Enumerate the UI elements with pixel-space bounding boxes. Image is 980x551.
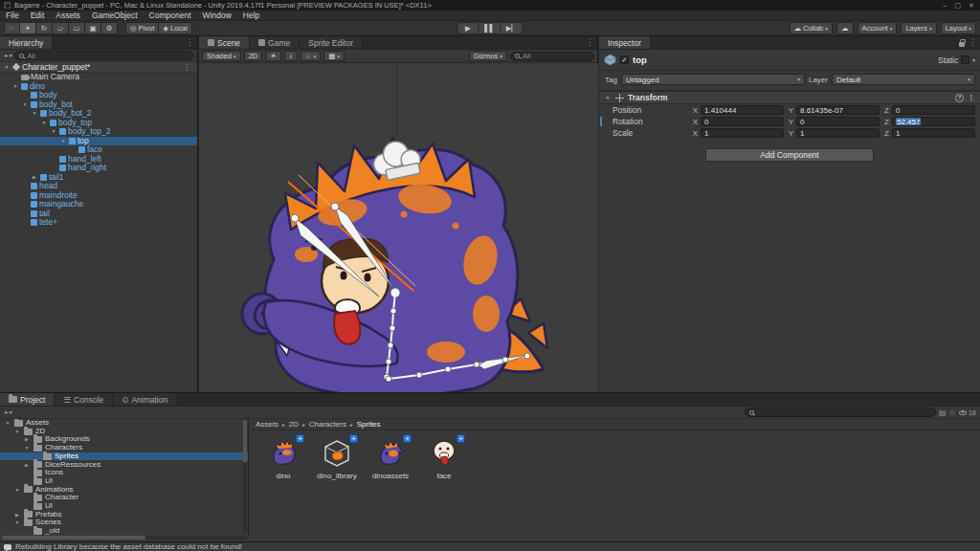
foldout-open-icon[interactable]: ▼ [3,64,11,70]
lighting-toggle[interactable]: ☀ [265,51,281,61]
status-message[interactable]: Rebuilding Library because the asset dat… [15,542,242,551]
asset-item[interactable]: + dino_library [315,438,359,480]
layout-dropdown[interactable]: Layout ▾ [941,22,976,34]
layers-dropdown[interactable]: Layers ▾ [901,22,936,34]
menu-help[interactable]: Help [237,11,265,20]
rotation-y-field[interactable]: 0 [796,117,880,126]
shading-mode-dropdown[interactable]: Shaded▾ [202,51,241,61]
asset-item[interactable]: + dinoassets [368,438,412,480]
rotate-tool-button[interactable]: ↻ [36,22,53,34]
scale-y-field[interactable]: 1 [796,128,880,138]
hierarchy-item[interactable]: ▼body_bot_2 [0,109,197,119]
search-by-type-icon[interactable]: ▤ [939,408,947,417]
position-y-field[interactable]: 8.61435e-07 [796,105,880,115]
scene-menu-icon[interactable]: ⋮ [183,63,190,72]
tab-game[interactable]: Game [250,36,300,49]
breadcrumb-item-current[interactable]: Sprites [357,420,381,429]
rect-tool-button[interactable]: ▭ [69,22,85,34]
static-checkbox[interactable] [961,55,969,64]
scene-search-input[interactable]: All [510,52,594,61]
foldout-open-icon[interactable]: ▼ [23,444,31,452]
add-component-button[interactable]: Add Component [705,148,874,162]
asset-item[interactable]: + face [422,438,466,480]
gameobject-name[interactable]: top [633,55,647,65]
breadcrumb-item[interactable]: Characters [309,420,346,429]
foldout-closed-icon[interactable]: ▶ [31,173,38,182]
asset-item[interactable]: + dino [261,438,305,480]
tag-dropdown[interactable]: Untagged▾ [621,74,805,85]
panel-menu-icon[interactable]: ⋮ [969,38,976,47]
menu-component[interactable]: Component [144,11,197,20]
custom-tool-button[interactable]: ⚙ [101,22,118,34]
move-tool-button[interactable]: + [20,22,36,34]
foldout-open-icon[interactable]: ▼ [604,95,612,100]
2d-mode-toggle[interactable]: 2D [244,51,263,61]
pause-button[interactable]: ▌▌ [479,22,501,34]
foldout-closed-icon[interactable]: ▶ [13,511,21,519]
effects-dropdown[interactable]: ☆▾ [301,51,322,61]
help-icon[interactable]: ? [955,94,964,102]
menu-file[interactable]: File [0,11,25,20]
breadcrumb-item[interactable]: Assets [256,420,278,429]
layer-dropdown[interactable]: Default▾ [832,74,975,85]
tree-horizontal-scrollbar[interactable] [2,536,247,540]
lock-icon[interactable] [959,42,965,47]
create-asset-button[interactable]: +▾ [4,408,11,417]
panel-menu-icon[interactable]: ⋮ [186,38,193,47]
foldout-open-icon[interactable]: ▼ [50,127,57,136]
menu-edit[interactable]: Edit [25,11,51,20]
cloud-services-button[interactable]: ☁ [836,22,854,34]
hierarchy-item[interactable]: ▼body_bot [0,100,197,110]
project-search-input[interactable] [745,408,936,417]
minimize-button[interactable]: – [944,2,947,10]
position-z-field[interactable]: 0 [892,105,975,115]
hierarchy-item[interactable]: ▼dino [0,82,197,92]
foldout-open-icon[interactable]: ▼ [40,119,48,127]
hierarchy-item[interactable]: tete+ [0,218,197,228]
tree-item[interactable]: ▼Characters [0,444,248,452]
foldout-closed-icon[interactable]: ▶ [23,435,31,444]
local-toggle[interactable]: ◈ Local [159,22,192,34]
hierarchy-item[interactable]: maindroite [0,191,197,201]
scale-tool-button[interactable]: ▱ [53,22,69,34]
transform-component-header[interactable]: ▼ Transform ? ⋮ [599,91,980,104]
play-button[interactable]: ▶ [457,22,479,34]
tab-project[interactable]: Project [0,393,55,406]
tree-vertical-scrollbar[interactable] [243,420,247,532]
menu-gameobject[interactable]: GameObject [86,11,144,20]
foldout-open-icon[interactable]: ▼ [59,137,67,145]
tree-item[interactable]: UI [0,502,248,511]
rotation-x-field[interactable]: 0 [701,117,784,126]
panel-menu-icon[interactable]: ⋮ [586,38,593,47]
step-button[interactable]: ▶▏ [501,22,523,34]
foldout-open-icon[interactable]: ▼ [21,100,29,109]
hidden-packages-toggle[interactable]: 18 [959,408,976,417]
maximize-button[interactable]: ▢ [955,2,962,10]
tree-item[interactable]: _old [0,527,248,536]
expand-sub-assets-badge[interactable]: + [349,434,358,443]
audio-toggle[interactable]: ♪ [284,51,298,61]
tab-console[interactable]: ☰Console [55,393,113,406]
transform-tool-button[interactable]: ▣ [85,22,101,34]
pivot-toggle[interactable]: ◎ Pivot [125,22,159,34]
rotation-z-field[interactable]: 52.457 [892,117,975,126]
tab-animation[interactable]: ⊙Animation [113,393,177,406]
tab-scene[interactable]: Scene [199,36,250,49]
foldout-open-icon[interactable]: ▼ [11,82,19,91]
scene-canvas[interactable] [199,63,598,392]
hand-tool-button[interactable]: ☞ [4,22,20,34]
close-button[interactable]: ✕ [969,2,974,10]
expand-sub-assets-badge[interactable]: + [403,434,412,443]
tree-item[interactable]: UI [0,477,248,486]
foldout-open-icon[interactable]: ▼ [13,486,21,495]
menu-window[interactable]: Window [197,11,237,20]
menu-assets[interactable]: Assets [50,11,86,20]
expand-sub-assets-badge[interactable]: + [457,434,465,443]
hierarchy-item[interactable]: head [0,182,197,191]
chevron-down-icon[interactable]: ▾ [972,57,975,63]
foldout-open-icon[interactable]: ▼ [13,518,21,527]
grid-dropdown[interactable]: ▦▾ [323,51,345,61]
foldout-open-icon[interactable]: ▼ [31,109,38,118]
gizmos-dropdown[interactable]: Gizmos▾ [469,51,507,61]
scale-x-field[interactable]: 1 [701,128,784,138]
